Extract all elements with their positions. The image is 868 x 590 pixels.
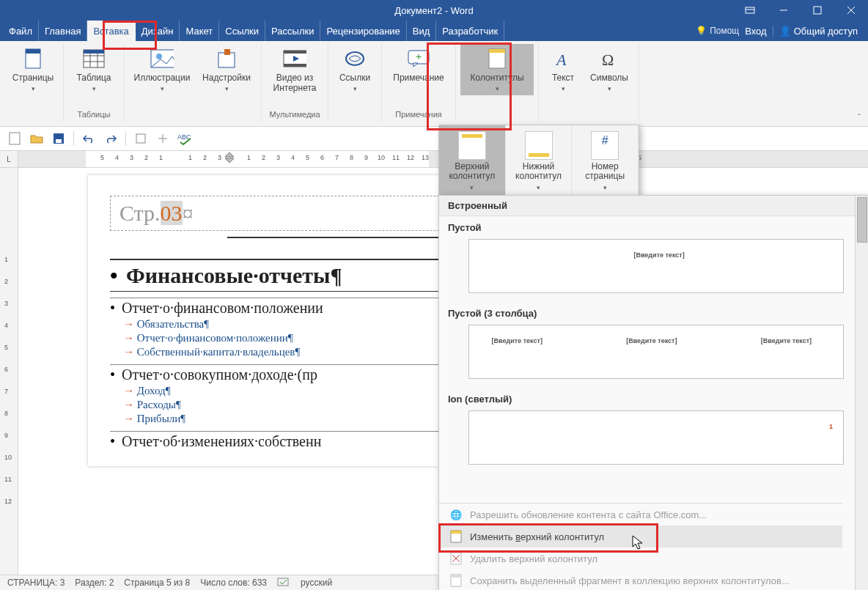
page-number-dropdown[interactable]: # Номер страницы▾ (572, 125, 639, 197)
maximize-button[interactable] (801, 0, 834, 21)
gallery-item-blank3[interactable]: [Введите текст] [Введите текст] [Введите… (468, 325, 844, 379)
proofing-icon[interactable] (277, 577, 290, 589)
tab-references[interactable]: Ссылки (219, 21, 265, 41)
remove-header-icon (449, 552, 463, 565)
new-doc-icon[interactable] (7, 131, 22, 146)
footer-dropdown[interactable]: Нижний колонтитул▾ (506, 125, 573, 197)
tab-home[interactable]: Главная (39, 21, 87, 41)
svg-marker-24 (413, 63, 418, 67)
tab-review[interactable]: Рецензирование (320, 21, 406, 41)
gallery-item-title: Пустой (439, 216, 856, 236)
gallery-item-ion-light[interactable]: 1 (468, 410, 844, 465)
svg-rect-7 (26, 49, 40, 54)
remove-header-menuitem: Удалить верхний колонтитул (439, 547, 842, 569)
close-button[interactable] (834, 0, 868, 21)
save-icon[interactable] (51, 131, 66, 146)
status-words[interactable]: Число слов: 633 (200, 578, 267, 588)
vertical-ruler[interactable]: 1 2 3 4 5 6 7 8 9 10 11 12 (0, 168, 18, 580)
svg-text:A: A (555, 51, 567, 68)
edit-header-menuitem[interactable]: Изменить верхний колонтитул (439, 526, 842, 547)
svg-point-15 (156, 54, 162, 59)
qat-icon-1[interactable] (133, 131, 148, 146)
illustrations-icon (150, 47, 174, 70)
comment-icon: + (407, 47, 430, 70)
tab-mailings[interactable]: Рассылки (265, 21, 320, 41)
quick-access-toolbar: ABC (0, 127, 868, 151)
tab-view[interactable]: Вид (407, 21, 437, 41)
gallery-section-builtin: Встроенный (439, 196, 856, 216)
svg-rect-17 (224, 49, 230, 55)
svg-marker-36 (225, 158, 234, 163)
pagenumber-icon: # (591, 131, 619, 160)
gallery-item-title: Ion (светлый) (439, 388, 856, 408)
qat-icon-2[interactable] (155, 131, 170, 146)
tab-developer[interactable]: Разработчик (436, 21, 504, 41)
tab-selector[interactable]: L (0, 151, 18, 167)
tab-layout[interactable]: Макет (180, 21, 219, 41)
table-icon (82, 47, 106, 70)
svg-rect-3 (814, 7, 821, 14)
undo-icon[interactable] (81, 131, 96, 146)
gallery-footer-menu: 🌐 Разрешить обновление контента с сайта … (439, 503, 842, 590)
headerfooter-icon (485, 47, 509, 70)
links-icon (343, 47, 367, 70)
illustrations-button[interactable]: Иллюстрации▾ (129, 44, 195, 95)
symbols-button[interactable]: Ω Символы▾ (584, 44, 634, 95)
collapse-ribbon-icon[interactable]: ˆ (858, 113, 861, 122)
ribbon-display-options-icon[interactable] (733, 0, 767, 21)
gallery-office-update: 🌐 Разрешить обновление контента с сайта … (439, 504, 842, 526)
indent-marker-icon[interactable] (225, 152, 234, 164)
addins-icon (215, 47, 238, 70)
svg-rect-19 (284, 51, 306, 54)
video-icon (283, 47, 306, 70)
svg-rect-37 (278, 578, 288, 586)
svg-rect-13 (84, 50, 104, 54)
svg-rect-30 (10, 133, 20, 144)
addins-button[interactable]: Надстройки▾ (196, 44, 257, 95)
status-section[interactable]: Раздел: 2 (75, 578, 114, 588)
gallery-item-title: Пустой (3 столбца) (439, 302, 856, 322)
svg-text:Ω: Ω (602, 51, 614, 68)
edit-header-icon (449, 530, 463, 543)
svg-rect-27 (489, 49, 505, 53)
status-pages[interactable]: Страница 5 из 8 (124, 578, 190, 588)
tab-file[interactable]: Файл (3, 21, 39, 41)
open-icon[interactable] (29, 131, 44, 146)
signin-link[interactable]: Вход (745, 26, 766, 37)
table-button[interactable]: Таблица▾ (68, 44, 119, 95)
pages-icon (21, 47, 45, 70)
minimize-button[interactable] (767, 0, 801, 21)
header-dropdown[interactable]: Верхний колонтитул▾ (439, 125, 506, 197)
lightbulb-icon: 💡 (696, 26, 707, 36)
pages-button[interactable]: Страницы▾ (7, 44, 59, 95)
redo-icon[interactable] (103, 131, 118, 146)
status-page[interactable]: СТРАНИЦА: 3 (7, 578, 65, 588)
tell-me-search[interactable]: 💡 Помощ (696, 26, 739, 36)
group-label-tables: Таблицы (78, 110, 111, 122)
globe-icon: 🌐 (449, 508, 463, 521)
comment-button[interactable]: + Примечание (386, 44, 451, 86)
online-video-button[interactable]: Видео из Интернета (266, 44, 323, 97)
tab-insert[interactable]: Вставка (87, 21, 135, 41)
svg-rect-20 (284, 64, 306, 67)
qat-spelling-icon[interactable]: ABC (177, 131, 196, 146)
share-button[interactable]: 👤 Общий доступ (773, 26, 864, 37)
text-icon: A (551, 47, 575, 70)
gallery-scrollbar[interactable] (855, 196, 868, 590)
svg-rect-33 (136, 134, 145, 143)
svg-rect-39 (451, 531, 461, 534)
save-selection-icon (449, 574, 463, 587)
svg-rect-44 (451, 575, 461, 578)
ribbon-insert: Страницы▾ Таблица▾ Таблицы Иллюстрации▾ … (0, 41, 868, 127)
links-button[interactable]: Ссылки▾ (333, 44, 377, 95)
text-button[interactable]: A Текст▾ (543, 44, 583, 95)
gallery-item-blank[interactable]: [Введите текст] (468, 239, 844, 293)
header-footer-button[interactable]: Колонтитулы▾ (460, 44, 534, 95)
scrollbar-thumb[interactable] (857, 197, 867, 243)
status-language[interactable]: русский (301, 578, 332, 588)
footer-icon (525, 131, 553, 160)
ribbon-tabs: Файл Главная Вставка Дизайн Макет Ссылки… (0, 21, 868, 41)
group-label-media: Мультимедиа (269, 110, 320, 122)
tab-design[interactable]: Дизайн (136, 21, 180, 41)
titlebar: Документ2 - Word (0, 0, 868, 21)
